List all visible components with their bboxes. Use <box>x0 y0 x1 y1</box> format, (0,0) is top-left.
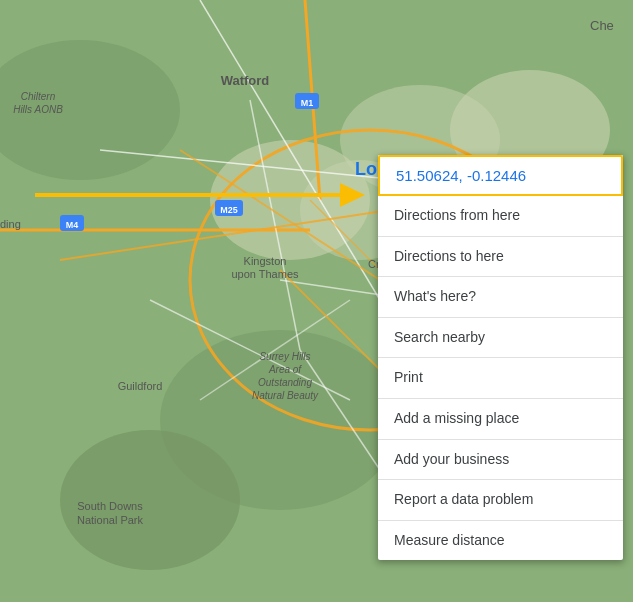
svg-text:Watford: Watford <box>221 73 270 88</box>
measure-distance-button[interactable]: Measure distance <box>378 521 623 561</box>
svg-text:Chiltern: Chiltern <box>21 91 56 102</box>
svg-text:South Downs: South Downs <box>77 500 143 512</box>
directions-to-button[interactable]: Directions to here <box>378 237 623 277</box>
directions-from-button[interactable]: Directions from here <box>378 196 623 236</box>
svg-text:Che: Che <box>590 18 614 33</box>
print-button[interactable]: Print <box>378 358 623 398</box>
svg-text:M4: M4 <box>66 220 79 230</box>
svg-text:upon Thames: upon Thames <box>231 268 299 280</box>
svg-text:Area of: Area of <box>268 364 302 375</box>
svg-text:National Park: National Park <box>77 514 144 526</box>
whats-here-button[interactable]: What's here? <box>378 277 623 317</box>
svg-text:Outstanding: Outstanding <box>258 377 312 388</box>
context-menu: 51.50624, -0.12446 Directions from here … <box>378 155 623 560</box>
svg-text:M1: M1 <box>301 98 314 108</box>
direction-arrow <box>30 175 370 215</box>
svg-text:Surrey Hills: Surrey Hills <box>259 351 310 362</box>
search-nearby-button[interactable]: Search nearby <box>378 318 623 358</box>
svg-marker-45 <box>340 183 365 207</box>
svg-text:Natural Beauty: Natural Beauty <box>252 390 319 401</box>
coordinates-display[interactable]: 51.50624, -0.12446 <box>378 155 623 196</box>
svg-text:Hills AONB: Hills AONB <box>13 104 63 115</box>
map-container: M25 M1 M4 Watford Chiltern Hills AONB Ki… <box>0 0 633 602</box>
add-missing-place-button[interactable]: Add a missing place <box>378 399 623 439</box>
report-data-problem-button[interactable]: Report a data problem <box>378 480 623 520</box>
svg-text:ding: ding <box>0 218 21 230</box>
add-business-button[interactable]: Add your business <box>378 440 623 480</box>
svg-text:Guildford: Guildford <box>118 380 163 392</box>
svg-text:Kingston: Kingston <box>244 255 287 267</box>
